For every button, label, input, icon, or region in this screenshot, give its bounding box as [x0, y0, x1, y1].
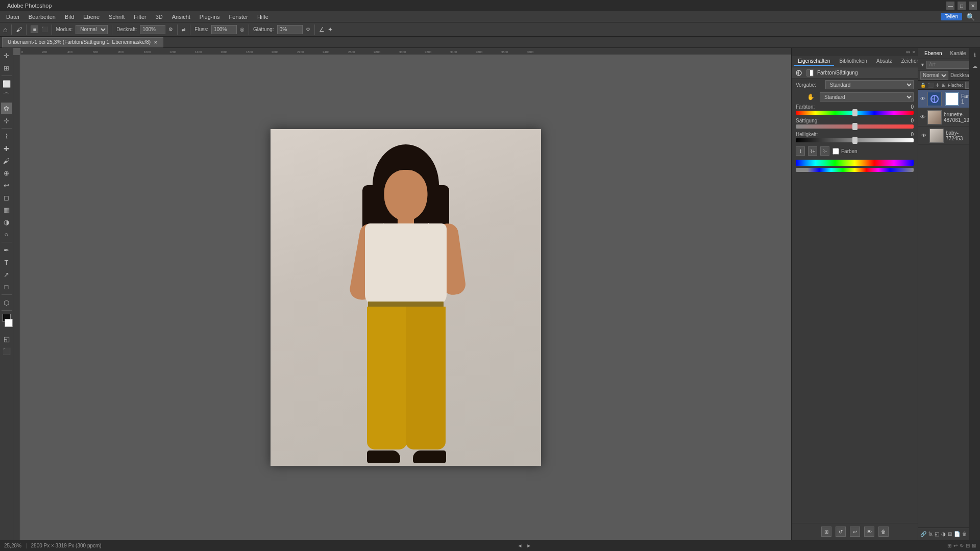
brush-tool-icon[interactable]: 🖌: [16, 26, 22, 33]
quick-mask-tool[interactable]: ◱: [1, 333, 12, 344]
fx-btn[interactable]: fx: [928, 530, 933, 538]
marquee-tool[interactable]: ⬜: [1, 78, 12, 89]
eraser-tool[interactable]: ◻: [1, 192, 12, 203]
symmetry-icon[interactable]: ⇌: [182, 27, 186, 32]
modus-select[interactable]: Normal: [76, 25, 108, 34]
lock-px-icon[interactable]: ⬛: [928, 83, 934, 88]
helligkeit-value[interactable]: 0: [911, 132, 914, 137]
screen-mode-tool[interactable]: ⬛: [1, 345, 12, 357]
farben-checkbox[interactable]: [832, 148, 839, 155]
layer-visibility-farbton[interactable]: 👁: [920, 95, 925, 103]
move-tool[interactable]: ✛: [1, 50, 12, 61]
menu-schrift[interactable]: Schrift: [105, 13, 129, 21]
deckraft-icon[interactable]: ⚙: [168, 27, 173, 32]
kanal-select[interactable]: Standard: [820, 92, 914, 102]
close-button[interactable]: ✕: [969, 2, 977, 10]
teilen-button[interactable]: Teilen: [941, 13, 962, 20]
workspace-icon[interactable]: ⊠: [972, 543, 976, 548]
history-brush-tool[interactable]: ↩: [1, 180, 12, 191]
gradient-tool[interactable]: ▦: [1, 204, 12, 215]
menu-fenster[interactable]: Fenster: [225, 13, 252, 21]
minimize-button[interactable]: —: [946, 2, 954, 10]
3d-tool[interactable]: ⬡: [1, 297, 12, 308]
saettigung-track[interactable]: [796, 124, 914, 129]
layer-visibility-baby[interactable]: 👁: [920, 132, 927, 139]
artboard-tool[interactable]: ⊞: [1, 62, 12, 73]
maximize-button[interactable]: □: [958, 2, 966, 10]
healing-brush-tool[interactable]: ✚: [1, 143, 12, 154]
document-tab[interactable]: Unbenannt-1 bei 25,3% (Farbton/Sättigung…: [2, 37, 163, 47]
layer-item-farbton[interactable]: 👁 Farbton/Sättigung 1: [918, 90, 969, 108]
history-icon[interactable]: ↩: [953, 543, 958, 548]
eyedropper-remove-btn[interactable]: ⌇-: [820, 146, 829, 156]
layers-tab-ebenen[interactable]: Ebenen: [921, 49, 945, 57]
glaettung-input[interactable]: [277, 25, 303, 34]
blur-tool[interactable]: ◑: [1, 216, 12, 228]
angle-icon[interactable]: ∠: [319, 26, 325, 33]
menu-hilfe[interactable]: Hilfe: [253, 13, 273, 21]
layers-tab-kanaele[interactable]: Kanäle: [947, 49, 969, 57]
vorgabe-select[interactable]: Standard: [825, 80, 914, 89]
eyedropper-tool[interactable]: ⌇: [1, 131, 12, 142]
new-layer-btn[interactable]: 📄: [954, 530, 960, 538]
lasso-tool[interactable]: ⌒: [1, 90, 12, 102]
lock-pos-icon[interactable]: ✛: [936, 83, 940, 88]
undo-btn[interactable]: ↩: [850, 527, 860, 537]
airbrush-icon[interactable]: ◎: [240, 27, 244, 32]
reset-btn[interactable]: ↺: [836, 527, 846, 537]
info-icon[interactable]: ℹ: [970, 50, 979, 59]
helligkeit-track[interactable]: [796, 138, 914, 142]
fluss-input[interactable]: [211, 25, 237, 34]
hand-icon[interactable]: ✋: [807, 93, 815, 101]
menu-filter[interactable]: Filter: [130, 13, 150, 21]
visibility-btn[interactable]: 👁: [864, 527, 874, 537]
tab-zeichen[interactable]: Zeichen: [897, 57, 918, 66]
eyedropper-add-btn[interactable]: ⌇+: [808, 146, 817, 156]
panel-close-icon[interactable]: ✕: [912, 50, 916, 55]
lock-all-icon[interactable]: 🔒: [920, 83, 926, 88]
delete-btn[interactable]: 🗑: [878, 527, 889, 537]
document-tab-close[interactable]: ✕: [154, 40, 158, 45]
new-adjustment-btn[interactable]: ◑: [941, 530, 946, 538]
shape-tool[interactable]: □: [1, 281, 12, 292]
eyedropper-btn[interactable]: ⌇: [796, 146, 805, 156]
farbton-thumb[interactable]: [852, 109, 857, 116]
menu-datei[interactable]: Datei: [2, 13, 23, 21]
brush-tool[interactable]: 🖌: [1, 155, 12, 166]
menu-ansicht[interactable]: Ansicht: [168, 13, 194, 21]
path-select-tool[interactable]: ↗: [1, 269, 12, 280]
lock-art-icon[interactable]: ⊞: [942, 83, 946, 88]
cc-icon[interactable]: ☁: [970, 61, 979, 70]
brush-settings-icon[interactable]: ⬛: [41, 27, 47, 32]
grid-icon[interactable]: ⊞: [947, 543, 951, 548]
crop-tool[interactable]: ⊹: [1, 115, 12, 126]
clip-btn[interactable]: ⊞: [821, 527, 831, 537]
farbton-track[interactable]: [796, 111, 914, 115]
quick-select-tool[interactable]: ✿: [1, 103, 12, 114]
dodge-tool[interactable]: ○: [1, 229, 12, 240]
layout-icon[interactable]: ⊟: [966, 543, 970, 548]
menu-plugins[interactable]: Plug-ins: [195, 13, 224, 21]
symmetry2-icon[interactable]: ✦: [328, 26, 333, 33]
pen-tool[interactable]: ✒: [1, 244, 12, 256]
link-layers-btn[interactable]: 🔗: [920, 530, 926, 538]
home-icon[interactable]: ⌂: [3, 26, 7, 34]
layer-item-brunette[interactable]: 👁 brunette-487061_1920: [918, 108, 969, 127]
saettigung-value[interactable]: 0: [911, 118, 914, 123]
layer-name-baby[interactable]: baby-772453: [946, 130, 967, 141]
tab-eigenschaften[interactable]: Eigenschaften: [794, 57, 834, 66]
saettigung-thumb[interactable]: [852, 123, 857, 130]
canvas-content[interactable]: [20, 55, 791, 540]
add-mask-btn[interactable]: ◱: [935, 530, 939, 538]
delete-layer-btn[interactable]: 🗑: [962, 530, 967, 538]
menu-bearbeiten[interactable]: Bearbeiten: [24, 13, 60, 21]
menu-bild[interactable]: Bild: [61, 13, 78, 21]
tab-bibliotheken[interactable]: Bibliotheken: [835, 57, 871, 66]
layer-visibility-brunette[interactable]: 👁: [920, 114, 925, 121]
panel-collapse-icon[interactable]: ▾▾: [906, 50, 910, 55]
new-group-btn[interactable]: ⊞: [948, 530, 952, 538]
menu-3d[interactable]: 3D: [152, 13, 167, 21]
navigator-icon[interactable]: ◄: [517, 543, 522, 548]
farbton-value[interactable]: 0: [911, 104, 914, 110]
layer-item-baby[interactable]: 👁 baby-772453: [918, 127, 969, 145]
